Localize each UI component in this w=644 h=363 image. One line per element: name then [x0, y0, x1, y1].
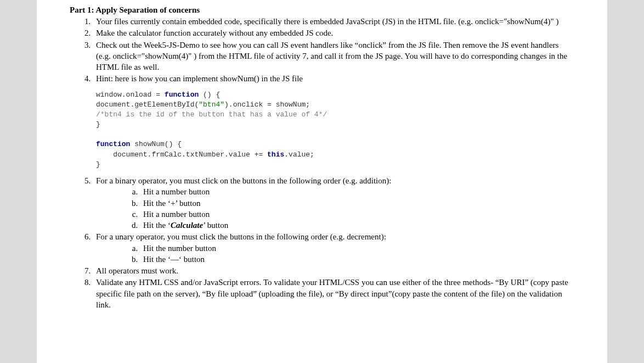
list-item: All operators must work.	[93, 265, 574, 276]
item-text: Your files currently contain embedded co…	[96, 17, 558, 26]
list-item: Hint: here is how you can implement show…	[93, 73, 574, 170]
instruction-list: Your files currently contain embedded co…	[70, 16, 574, 310]
item-text: Hit a number button	[143, 187, 210, 196]
code-comment: /*btn4 is the id of the button that has …	[96, 110, 327, 119]
sub-list-item: Hit the ‘—‘ button	[140, 254, 574, 265]
list-item: Your files currently contain embedded co…	[93, 16, 574, 27]
code-text: }	[96, 120, 100, 129]
code-text: document.frmCalc.txtNumber.value +=	[96, 150, 267, 159]
document-page: Part 1: Apply Separation of concerns You…	[37, 0, 607, 363]
code-text: () {	[199, 91, 220, 99]
sub-list-item: Hit the ‘Calculate’ button	[140, 220, 574, 231]
code-text: document.getElementById(	[96, 100, 199, 109]
code-keyword: function	[165, 91, 199, 99]
code-text: }	[96, 160, 100, 169]
item-text: All operators must work.	[96, 266, 178, 275]
item-text: For a binary operator, you must click on…	[96, 176, 391, 185]
list-item: For a unary operator, you must click the…	[93, 231, 574, 265]
list-item: Validate any HTML CSS and/or JavaScript …	[93, 277, 574, 310]
item-text: Make the calculator function accurately …	[96, 29, 333, 37]
sub-list-item: Hit a number button	[140, 209, 574, 220]
sub-list-item: Hit the ‘+’ button	[140, 198, 574, 209]
code-text: showNum() {	[130, 140, 182, 148]
item-text-bold: Calculate	[171, 221, 203, 230]
sub-list: Hit a number button Hit the ‘+’ button H…	[96, 186, 574, 231]
item-text: Hit the ‘	[143, 221, 171, 230]
item-text: ’ button	[203, 221, 228, 230]
code-string: "btn4"	[199, 100, 224, 109]
item-text: For a unary operator, you must click the…	[96, 232, 386, 241]
code-block: window.onload = function () { document.g…	[96, 90, 574, 170]
code-text: window.onload =	[96, 91, 165, 99]
list-item: For a binary operator, you must click on…	[93, 175, 574, 231]
item-text: Hit a number button	[143, 210, 210, 219]
sub-list-item: Hit the number button	[140, 243, 574, 254]
list-item: Check out the Week5-JS-Demo to see how y…	[93, 40, 574, 73]
code-keyword: function	[96, 140, 130, 148]
item-text: Hit the ‘+’ button	[143, 199, 200, 208]
code-keyword: this	[267, 150, 284, 159]
code-text: ).onclick = showNum;	[224, 100, 310, 109]
code-text: .value;	[284, 150, 314, 159]
item-text: Hint: here is how you can implement show…	[96, 74, 303, 83]
item-text: Hit the number button	[143, 244, 216, 253]
part-title: Part 1: Apply Separation of concerns	[70, 5, 574, 15]
sub-list: Hit the number button Hit the ‘—‘ button	[96, 243, 574, 265]
item-text: Validate any HTML CSS and/or JavaScript …	[96, 278, 568, 309]
item-text: Hit the ‘—‘ button	[143, 255, 205, 264]
sub-list-item: Hit a number button	[140, 186, 574, 197]
item-text: Check out the Week5-JS-Demo to see how y…	[96, 41, 567, 72]
list-item: Make the calculator function accurately …	[93, 27, 574, 38]
